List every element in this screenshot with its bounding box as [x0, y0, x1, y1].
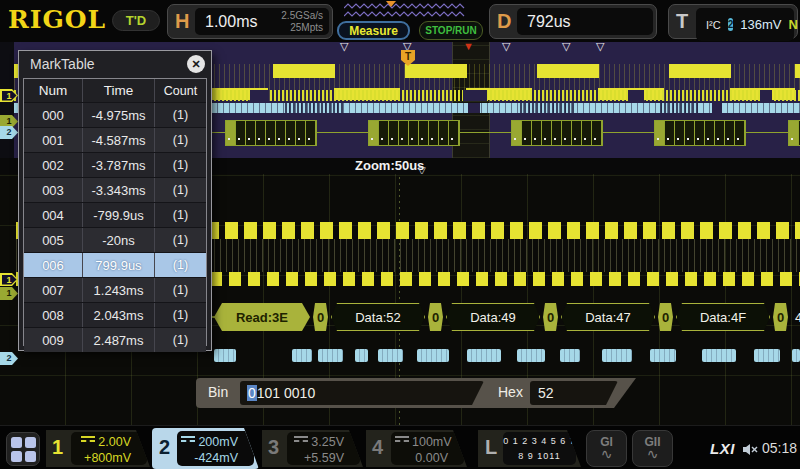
delay-value: 792us [527, 13, 571, 31]
marktable-title: MarkTable [19, 51, 211, 77]
marktable-row[interactable]: 0082.043ms(1) [24, 302, 206, 327]
event-mark-icon: ▽ [596, 40, 604, 52]
logic-analyzer-box[interactable]: L 0 1 2 3 4 5 6 78 9 1011 12131415 [478, 430, 581, 467]
ch2-burst [517, 349, 545, 362]
channel3-values: 3.25V+5.59V [287, 432, 360, 465]
ch2-burst [292, 349, 312, 362]
channel2-box-selected[interactable]: 2 200mV-424mV [152, 428, 259, 469]
decode-segment: Data:49 [446, 303, 540, 331]
ch2-burst [417, 349, 449, 362]
decode-segment: Data:4F [676, 303, 770, 331]
measure-button[interactable]: Measure [337, 21, 410, 40]
channel1-values: 2.00V+800mV [71, 432, 147, 465]
horizontal-timebase-group[interactable]: H 1.00ms 2.5GSa/s25Mpts [167, 4, 333, 39]
dc-coupling-icon [395, 436, 409, 444]
decode-segment: 0 [428, 303, 443, 331]
trigger-group[interactable]: T I²C 2 136mV N [668, 4, 798, 39]
marktable-row[interactable]: 001-4.587ms(1) [24, 127, 206, 152]
decode-segment: 0 [543, 303, 558, 331]
decode-segment: 0 [658, 303, 673, 331]
marktable-table: Num Time Count 000-4.975ms(1)001-4.587ms… [23, 78, 207, 346]
menu-grid-button[interactable] [6, 432, 40, 466]
selected-mark-icon: ▼ [463, 40, 474, 52]
decode-bus-row: Read:3E0Data:520Data:490Data:470Data:4F0… [214, 303, 800, 331]
waveform-preview-strip [344, 1, 466, 21]
system-time: 05:18 [762, 440, 797, 456]
decode-packet-group [368, 120, 460, 146]
d-label: D [497, 10, 511, 33]
h-label: H [175, 10, 189, 33]
ch2-burst [702, 349, 736, 362]
ch2-burst [355, 349, 368, 362]
bin-value-field: 0101 0010 [240, 381, 484, 405]
trigger-type-label: I²C [706, 19, 721, 31]
top-bar: RIGOL T'D H 1.00ms 2.5GSa/s25Mpts Measur… [0, 0, 800, 42]
ch2-burst [792, 349, 800, 362]
decode-packet-group [225, 120, 317, 146]
ch2-burst [650, 349, 676, 362]
hex-value-field: 52 [530, 381, 618, 405]
dc-coupling-icon [181, 436, 195, 444]
event-mark-icon: ▽ [562, 40, 570, 52]
channel2-number: 2 [159, 436, 170, 459]
marktable-row[interactable]: 005-20ns(1) [24, 227, 206, 252]
ch2-burst [602, 349, 632, 362]
generator1-box[interactable]: GI ∿ [586, 430, 627, 467]
marktable-row[interactable]: 004-799.9us(1) [24, 202, 206, 227]
channel3-box[interactable]: 3 3.25V+5.59V [262, 430, 363, 467]
ch2-burst [318, 349, 343, 362]
sample-rate-depth: 2.5GSa/s25Mpts [281, 10, 323, 34]
ch2-burst [214, 349, 236, 362]
ch2-burst [467, 349, 501, 362]
hex-label: Hex [498, 384, 523, 400]
marktable-row[interactable]: 006799.9us(1) [24, 252, 206, 277]
la-channel-digits: 0 1 2 3 4 5 6 78 9 1011 12131415 [503, 432, 576, 465]
decode-packet-group [788, 120, 800, 146]
ch2-burst [560, 349, 580, 362]
stop-run-button[interactable]: STOP/RUN [419, 21, 483, 40]
decode-packet-group [654, 120, 746, 146]
marktable-header-row: Num Time Count [24, 79, 206, 102]
bottom-bar: 1 2.00V+800mV 2 200mV-424mV 3 3.25V+5.59… [0, 425, 800, 469]
zoom-scale-label: Zoom:50us [355, 158, 424, 173]
ch2-burst [378, 349, 403, 362]
decode-segment: Data:52 [331, 303, 425, 331]
decode-segment: 0 [773, 303, 788, 331]
event-mark-icon: ▽ [340, 40, 348, 52]
decode-segment: Read:3E [214, 303, 310, 331]
bin-hex-readout-bar: Bin 0101 0010 Hex 52 [196, 378, 636, 408]
decode-segment: 4C [791, 303, 800, 331]
timebase-value: 1.00ms [205, 13, 257, 31]
channel4-values: 100mV0.00V [391, 432, 464, 465]
channel2-values: 200mV-424mV [177, 431, 254, 466]
marktable-row[interactable]: 000-4.975ms(1) [24, 102, 206, 127]
speaker-muted-icon [743, 442, 759, 460]
channel4-number: 4 [372, 436, 383, 459]
marktable-row[interactable]: 002-3.787ms(1) [24, 152, 206, 177]
marktable-popup: MarkTable ✕ Num Time Count 000-4.975ms(1… [18, 50, 212, 351]
channel1-number: 1 [52, 436, 63, 459]
dc-coupling-icon [81, 436, 95, 444]
channel4-box[interactable]: 4 100mV0.00V [366, 430, 467, 467]
ch2-burst [754, 349, 780, 362]
oscilloscope-screen: RIGOL T'D H 1.00ms 2.5GSa/s25Mpts Measur… [0, 0, 800, 469]
la-label: L [485, 436, 497, 459]
trigger-field: I²C 2 136mV N [696, 8, 794, 41]
generator2-box[interactable]: GII ∿ [632, 430, 673, 467]
event-mark-icon: ▽ [502, 40, 510, 52]
decode-segment: Data:47 [561, 303, 655, 331]
channel1-box[interactable]: 1 2.00V+800mV [46, 430, 150, 467]
rigol-logo: RIGOL [8, 5, 106, 34]
timebase-field: 1.00ms 2.5GSa/s25Mpts [195, 8, 329, 35]
trigger-level-value: 136mV [740, 17, 781, 32]
close-icon[interactable]: ✕ [187, 55, 205, 73]
delay-group[interactable]: D 792us [489, 4, 657, 39]
marktable-row[interactable]: 0092.487ms(1) [24, 327, 206, 352]
trigger-status-badge: T'D [112, 10, 160, 31]
dc-coupling-icon [294, 436, 308, 444]
lxi-logo: LXI [710, 440, 735, 457]
trigger-slope-indicator: N [788, 17, 797, 32]
marktable-row[interactable]: 003-3.343ms(1) [24, 177, 206, 202]
delay-field: 792us [517, 8, 653, 35]
marktable-row[interactable]: 0071.243ms(1) [24, 277, 206, 302]
